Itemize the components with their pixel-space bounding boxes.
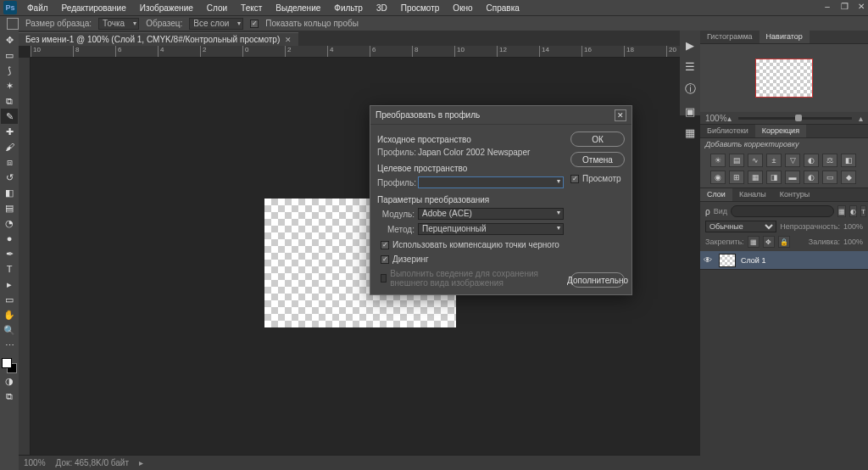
quickmask-icon[interactable]: ◑ (1, 373, 18, 389)
layer-thumbnail[interactable] (719, 254, 736, 267)
document-tab[interactable]: Без имени-1 @ 100% (Слой 1, CMYK/8#/Конт… (19, 32, 298, 46)
blur-tool[interactable]: ◔ (1, 215, 18, 231)
filter-adjust-icon[interactable]: ◐ (849, 205, 857, 217)
levels-icon[interactable]: ▤ (729, 154, 744, 167)
navigator-zoom-slider[interactable] (738, 117, 852, 120)
sample-size-dropdown[interactable]: Точка (98, 18, 139, 30)
lock-position-icon[interactable]: ✥ (763, 236, 775, 248)
healing-tool[interactable]: ✚ (1, 124, 18, 139)
gradient-map-icon[interactable]: ▭ (822, 171, 837, 184)
menu-window[interactable]: Окно (446, 2, 479, 14)
bw-icon[interactable]: ◧ (841, 154, 856, 167)
menu-3d[interactable]: 3D (370, 2, 394, 14)
magic-wand-tool[interactable]: ✶ (1, 78, 18, 93)
swatches-icon[interactable]: ▦ (682, 126, 698, 139)
marquee-tool[interactable]: ▭ (1, 48, 18, 63)
brush-tool[interactable]: 🖌 (1, 139, 18, 154)
zoom-tool[interactable]: 🔍 (1, 322, 18, 338)
dither-checkbox[interactable]: ✓ (381, 255, 389, 264)
status-chevron-icon[interactable]: ▸ (139, 458, 143, 467)
foreground-color[interactable] (2, 358, 12, 368)
menu-help[interactable]: Справка (480, 2, 526, 14)
show-ring-checkbox[interactable]: ✓ (250, 20, 259, 28)
zoom-out-icon[interactable]: ▴ (727, 114, 732, 123)
intent-dropdown[interactable]: Перцепционный (418, 223, 564, 235)
invert-icon[interactable]: ◨ (766, 171, 782, 184)
menu-view[interactable]: Просмотр (394, 2, 447, 14)
more-tools-icon[interactable]: ⋯ (1, 338, 18, 353)
channel-mixer-icon[interactable]: ⊞ (729, 171, 744, 184)
info-icon[interactable]: ⓘ (682, 81, 698, 97)
crop-tool[interactable]: ⧉ (1, 93, 18, 109)
ruler-horizontal[interactable]: 10 8 6 4 2 0 2 4 6 8 10 12 14 16 18 20 (31, 46, 700, 58)
menu-filter[interactable]: Фильтр (327, 2, 370, 14)
eyedropper-tool[interactable]: ✎ (1, 109, 18, 124)
eyedropper-tool-icon[interactable] (7, 18, 19, 30)
tab-layers[interactable]: Слои (700, 188, 732, 201)
properties-icon[interactable]: ▣ (682, 105, 698, 118)
bpc-checkbox-row[interactable]: ✓ Использовать компенсацию точки черного (377, 240, 564, 249)
bpc-checkbox[interactable]: ✓ (381, 241, 389, 249)
close-tab-icon[interactable]: ✕ (285, 36, 292, 44)
exposure-icon[interactable]: ± (766, 154, 782, 167)
tab-adjustments[interactable]: Коррекция (755, 125, 806, 137)
move-tool[interactable]: ✥ (1, 32, 18, 48)
hue-icon[interactable]: ◐ (804, 154, 819, 167)
blend-mode-dropdown[interactable]: Обычные (705, 221, 776, 232)
opacity-value[interactable]: 100% (843, 222, 863, 231)
gradient-tool[interactable]: ▤ (1, 200, 18, 215)
filter-type-icon[interactable]: T (860, 205, 866, 217)
navigator-preview[interactable] (700, 44, 868, 112)
status-zoom[interactable]: 100% (24, 458, 46, 467)
dodge-tool[interactable]: ● (1, 231, 18, 246)
tab-navigator[interactable]: Навигатор (760, 31, 810, 43)
menu-type[interactable]: Текст (234, 2, 269, 14)
color-lookup-icon[interactable]: ▦ (748, 171, 763, 184)
posterize-icon[interactable]: ▬ (785, 171, 800, 184)
preview-checkbox-row[interactable]: ✓ Просмотр (570, 174, 625, 183)
path-select-tool[interactable]: ▸ (1, 277, 18, 292)
color-swatch[interactable] (2, 358, 17, 373)
tab-histogram[interactable]: Гистограмма (700, 31, 760, 43)
threshold-icon[interactable]: ◐ (804, 171, 819, 184)
hand-tool[interactable]: ✋ (1, 307, 18, 322)
eraser-tool[interactable]: ◧ (1, 185, 18, 200)
selective-color-icon[interactable]: ◆ (841, 171, 856, 184)
dialog-close-icon[interactable]: ✕ (615, 109, 626, 121)
dither-checkbox-row[interactable]: ✓ Дизеринг (377, 255, 564, 264)
menu-image[interactable]: Изображение (133, 2, 200, 14)
tab-libraries[interactable]: Библиотеки (700, 125, 755, 137)
layer-filter-input[interactable] (731, 205, 834, 217)
vibrance-icon[interactable]: ▽ (785, 154, 800, 167)
color-balance-icon[interactable]: ⚖ (822, 154, 837, 167)
play-icon[interactable]: ▶ (682, 39, 698, 52)
pen-tool[interactable]: ✒ (1, 246, 18, 261)
sample-dropdown[interactable]: Все слои (189, 18, 243, 30)
history-brush-tool[interactable]: ↺ (1, 170, 18, 185)
zoom-in-icon[interactable]: ▴ (859, 114, 863, 123)
minimize-icon[interactable]: – (822, 2, 832, 11)
advanced-button[interactable]: Дополнительно (570, 272, 625, 288)
menu-layer[interactable]: Слои (200, 2, 234, 14)
history-icon[interactable]: ☰ (682, 60, 698, 73)
maximize-icon[interactable]: ❐ (839, 2, 849, 11)
menu-file[interactable]: Файл (20, 2, 55, 14)
visibility-icon[interactable]: 👁 (704, 255, 714, 265)
layer-name[interactable]: Слой 1 (741, 256, 765, 265)
layer-item[interactable]: 👁 Слой 1 (700, 251, 868, 270)
shape-tool[interactable]: ▭ (1, 292, 18, 307)
tab-paths[interactable]: Контуры (773, 188, 816, 201)
engine-dropdown[interactable]: Adobe (ACE) (418, 208, 564, 220)
photo-filter-icon[interactable]: ◉ (710, 171, 726, 184)
brightness-icon[interactable]: ☀ (710, 154, 726, 167)
preview-checkbox[interactable]: ✓ (570, 175, 579, 183)
lasso-tool[interactable]: ⟆ (1, 63, 18, 78)
stamp-tool[interactable]: ⧇ (1, 154, 18, 170)
fill-value[interactable]: 100% (843, 238, 863, 246)
screenmode-icon[interactable]: ⧉ (1, 389, 18, 404)
dialog-titlebar[interactable]: Преобразовать в профиль ✕ (370, 106, 632, 125)
target-profile-dropdown[interactable] (418, 176, 564, 188)
tab-channels[interactable]: Каналы (732, 188, 773, 201)
close-icon[interactable]: ✕ (856, 2, 866, 11)
kind-icon[interactable]: ρ (705, 207, 710, 216)
